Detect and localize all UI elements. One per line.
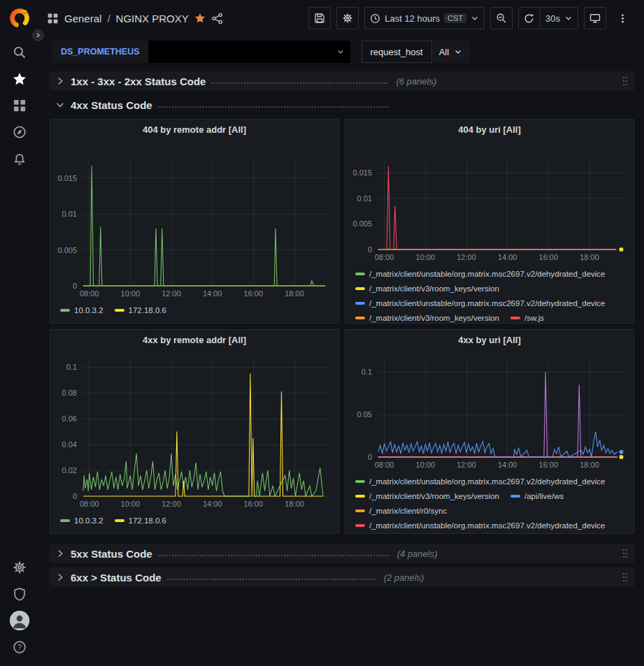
legend-item[interactable]: /_matrix/client/unstable/org.matrix.msc2… (355, 299, 606, 307)
svg-text:0.01: 0.01 (62, 210, 77, 218)
legend-item[interactable]: /_matrix/client/v3/room_keys/version (355, 284, 499, 293)
legend-series-label: 172.18.0.6 (129, 516, 166, 525)
chart-svg: 00.020.040.060.080.108:0010:0012:0014:00… (50, 349, 338, 512)
svg-text:0: 0 (368, 245, 372, 254)
sidebar-item-configuration[interactable] (6, 554, 34, 581)
sidebar-item-help[interactable]: ? (6, 634, 34, 660)
panel-header[interactable]: 4xx by remote addr [All] (50, 330, 338, 349)
panel-header[interactable]: 4xx by uri [All] (345, 330, 634, 349)
svg-text:16:00: 16:00 (244, 500, 264, 508)
request-host-value-select[interactable]: All (432, 41, 469, 63)
apps-grid-icon[interactable] (47, 13, 59, 24)
svg-text:0.08: 0.08 (62, 389, 77, 397)
svg-text:0.02: 0.02 (62, 466, 77, 475)
breadcrumb-dashboard-title[interactable]: NGINX PROXY (116, 13, 189, 24)
breadcrumb: General / NGINX PROXY (64, 13, 189, 24)
time-series-chart[interactable]: 00.050.108:0010:0012:0014:0016:0018:00 (345, 349, 634, 472)
sidebar-item-dashboards[interactable] (6, 92, 34, 119)
row-panel-count: (6 panels) (396, 76, 436, 87)
grafana-logo[interactable] (8, 7, 31, 29)
legend-series-label: /_matrix/client/unstable/org.matrix.msc2… (369, 299, 606, 307)
row-drag-handle[interactable] (622, 572, 629, 583)
panel-title: 4xx by uri [All] (458, 335, 521, 345)
svg-text:12:00: 12:00 (457, 253, 476, 261)
more-options-button[interactable] (612, 7, 634, 29)
row-4xx[interactable]: 4xx Status Code (50, 95, 634, 115)
legend-row: /_matrix/client/unstable/org.matrix.msc2… (355, 266, 634, 281)
legend-series-label: 172.18.0.6 (129, 306, 166, 314)
time-range-picker[interactable]: Last 12 hours CST (364, 7, 485, 29)
row-1xx-3xx-2xx[interactable]: 1xx - 3xx - 2xx Status Code (6 panels) (50, 71, 634, 91)
svg-text:16:00: 16:00 (539, 461, 559, 469)
legend-item[interactable]: /_matrix/client/v3/room_keys/version (355, 314, 499, 322)
clock-icon (370, 13, 380, 24)
panels-grid: 404 by remote addr [All] 00.0050.010.015… (50, 119, 634, 534)
grafana-app: ? General / NGINX PROXY (0, 0, 644, 666)
legend-item[interactable]: 10.0.3.2 (60, 306, 103, 314)
legend-item[interactable]: /_matrix/client/unstable/org.matrix.msc2… (355, 477, 606, 486)
row-title: 5xx Status Code (71, 548, 152, 560)
sidebar-item-profile[interactable] (6, 607, 34, 634)
legend-item[interactable]: 172.18.0.6 (115, 306, 166, 314)
svg-text:0.05: 0.05 (357, 410, 372, 419)
legend-row: /_matrix/client/v3/room_keys/version/sw.… (355, 310, 634, 324)
row-6xx[interactable]: 6xx > Status Code (2 panels) (50, 567, 634, 587)
sidebar-item-server-admin[interactable] (6, 581, 34, 607)
row-drag-handle[interactable] (622, 75, 629, 87)
panel-header[interactable]: 404 by remote addr [All] (50, 120, 338, 139)
time-series-chart[interactable]: 00.020.040.060.080.108:0010:0012:0014:00… (50, 349, 338, 512)
sidebar-item-explore[interactable] (6, 119, 34, 145)
legend-item[interactable]: /_matrix/client/unstable/org.matrix.msc2… (355, 521, 606, 530)
row-title: 4xx Status Code (71, 99, 152, 111)
time-series-chart[interactable]: 00.0050.010.01508:0010:0012:0014:0016:00… (345, 139, 634, 265)
legend-item[interactable]: /_matrix/client/v3/room_keys/version (355, 492, 499, 500)
svg-text:14:00: 14:00 (498, 461, 517, 469)
refresh-interval-select[interactable]: 30s (540, 7, 578, 29)
chart-svg: 00.0050.010.01508:0010:0012:0014:0016:00… (50, 139, 338, 301)
legend-row: 10.0.3.2172.18.0.6 (60, 303, 338, 317)
sidebar-item-alerting[interactable] (6, 145, 34, 172)
svg-text:08:00: 08:00 (375, 253, 394, 261)
dashboard-settings-button[interactable] (336, 7, 359, 29)
chevron-right-icon (35, 32, 41, 38)
svg-text:0: 0 (73, 282, 77, 290)
time-series-chart[interactable]: 00.0050.010.01508:0010:0012:0014:0016:00… (50, 139, 338, 301)
legend-item[interactable]: 172.18.0.6 (115, 516, 166, 525)
panel-header[interactable]: 404 by uri [All] (345, 120, 634, 139)
legend-item[interactable]: /_matrix/client/unstable/org.matrix.msc2… (355, 270, 606, 278)
share-icon[interactable] (211, 13, 223, 24)
legend-item[interactable]: /_matrix/client/r0/sync (355, 507, 447, 515)
legend-row: /_matrix/client/v3/room_keys/version (355, 281, 634, 296)
zoom-out-time-button[interactable] (490, 7, 513, 29)
datasource-label[interactable]: DS_PROMETHEUS (52, 41, 148, 63)
request-host-label[interactable]: request_host (362, 41, 432, 63)
star-icon (13, 72, 27, 86)
sidebar-item-starred[interactable] (6, 66, 34, 92)
legend-item[interactable]: /sw.js (510, 314, 544, 322)
sidebar-expand-button[interactable] (32, 29, 44, 41)
row-5xx[interactable]: 5xx Status Code (4 panels) (50, 544, 634, 563)
sidebar-item-search[interactable] (6, 39, 34, 66)
refresh-button[interactable] (518, 7, 541, 29)
panel-title: 4xx by remote addr [All] (143, 335, 246, 345)
save-dashboard-button[interactable] (308, 7, 331, 29)
legend-series-label: /_matrix/client/unstable/org.matrix.msc2… (369, 521, 606, 530)
compass-icon (13, 125, 27, 139)
chart-legend: 10.0.3.2172.18.0.6 (50, 512, 338, 528)
row-drag-handle[interactable] (622, 548, 629, 559)
breadcrumb-folder[interactable]: General (64, 13, 101, 24)
top-navbar: General / NGINX PROXY Last 12 hours CST (38, 0, 644, 36)
legend-series-swatch (355, 509, 365, 512)
svg-text:0.06: 0.06 (62, 414, 77, 423)
favorite-star-icon[interactable] (194, 13, 206, 24)
kebab-menu-icon (617, 13, 628, 24)
kiosk-mode-button[interactable] (584, 7, 606, 29)
request-host-variable: request_host All (362, 41, 470, 63)
chevron-down-icon (454, 48, 462, 56)
datasource-value-select[interactable] (148, 41, 350, 63)
shield-icon (13, 587, 27, 601)
avatar (10, 611, 29, 630)
legend-series-swatch (355, 317, 365, 319)
legend-item[interactable]: /api/live/ws (510, 492, 564, 500)
legend-item[interactable]: 10.0.3.2 (60, 516, 103, 525)
